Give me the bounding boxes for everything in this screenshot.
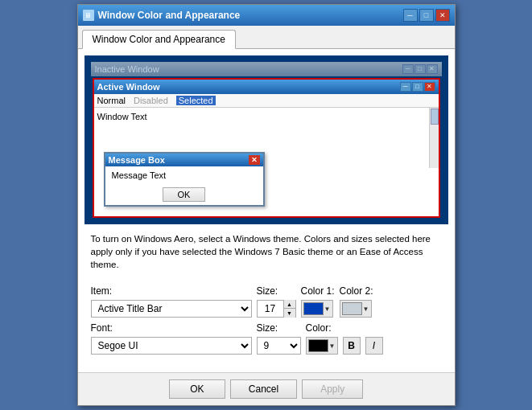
title-bar: 🖥 Window Color and Appearance ─ □ ✕ bbox=[78, 5, 455, 26]
active-window-controls: ─ □ ✕ bbox=[400, 82, 435, 92]
message-box-button-area: OK bbox=[105, 184, 263, 205]
size-label: Size: bbox=[257, 285, 296, 297]
message-box-title-bar: Message Box ✕ bbox=[105, 154, 263, 166]
spin-up-button[interactable]: ▲ bbox=[284, 300, 295, 309]
menu-normal: Normal bbox=[97, 96, 126, 105]
inactive-maximize: □ bbox=[414, 64, 426, 74]
spin-down-button[interactable]: ▼ bbox=[284, 309, 295, 318]
message-box-ok-button[interactable]: OK bbox=[163, 187, 206, 202]
scrollbar-thumb bbox=[431, 109, 439, 125]
dialog-title: Window Color and Appearance bbox=[98, 10, 241, 21]
bold-button[interactable]: B bbox=[343, 337, 361, 355]
item-label: Item: bbox=[91, 285, 252, 297]
color2-arrow-icon: ▼ bbox=[363, 305, 369, 313]
preview-area: Inactive Window ─ □ ✕ Active Window ─ □ … bbox=[85, 55, 448, 224]
color2-field-group: Color 2: ▼ bbox=[340, 285, 373, 318]
minimize-button[interactable]: ─ bbox=[403, 9, 418, 22]
window-text: Window Text bbox=[97, 112, 147, 121]
message-box-preview: Message Box ✕ Message Text OK bbox=[104, 152, 265, 207]
dialog-icon: 🖥 bbox=[83, 10, 94, 21]
font-color-arrow-icon: ▼ bbox=[329, 342, 336, 350]
active-window-title: Active Window bbox=[97, 82, 160, 92]
apply-button[interactable]: Apply bbox=[302, 379, 363, 399]
inactive-window-title: Inactive Window bbox=[95, 64, 159, 74]
color1-arrow-icon: ▼ bbox=[324, 305, 331, 313]
active-close: ✕ bbox=[424, 82, 435, 92]
color1-swatch bbox=[303, 302, 324, 315]
font-size-select[interactable]: 8 9 10 11 12 14 bbox=[257, 337, 301, 355]
message-box-content: Message Text bbox=[105, 166, 263, 184]
active-maximize: □ bbox=[412, 82, 423, 92]
color1-label: Color 1: bbox=[301, 285, 335, 297]
color1-field-group: Color 1: ▼ bbox=[301, 285, 335, 318]
tab-window-color[interactable]: Window Color and Appearance bbox=[82, 30, 236, 49]
inactive-title-bar: Inactive Window ─ □ ✕ bbox=[91, 62, 442, 76]
color2-label: Color 2: bbox=[340, 285, 373, 297]
color2-swatch bbox=[342, 302, 362, 315]
ok-button[interactable]: OK bbox=[169, 379, 225, 399]
active-window-preview: Active Window ─ □ ✕ Normal Disabled Sele… bbox=[93, 78, 440, 218]
inactive-close: ✕ bbox=[427, 64, 438, 74]
inactive-window-controls: ─ □ ✕ bbox=[402, 64, 438, 74]
item-field-group: Item: Active Title Bar Active Window Bor… bbox=[91, 285, 252, 318]
tab-content: Inactive Window ─ □ ✕ Active Window ─ □ … bbox=[78, 49, 455, 372]
scrollbar-preview bbox=[429, 108, 439, 168]
color2-button[interactable]: ▼ bbox=[340, 300, 372, 318]
close-button[interactable]: ✕ bbox=[435, 9, 450, 22]
font-size-label: Size: bbox=[257, 322, 301, 334]
size-input[interactable] bbox=[258, 301, 283, 317]
tab-bar: Window Color and Appearance bbox=[78, 26, 455, 49]
active-minimize: ─ bbox=[400, 82, 411, 92]
font-color-label: Color: bbox=[306, 322, 338, 334]
font-color-swatch bbox=[308, 339, 328, 352]
size-spinner: ▲ ▼ bbox=[257, 300, 296, 318]
title-bar-left: 🖥 Window Color and Appearance bbox=[83, 10, 241, 21]
active-title-bar-preview: Active Window ─ □ ✕ bbox=[94, 80, 439, 94]
color1-button[interactable]: ▼ bbox=[301, 300, 333, 318]
message-box-close[interactable]: ✕ bbox=[249, 155, 260, 165]
italic-button[interactable]: I bbox=[365, 337, 383, 355]
font-color-button[interactable]: ▼ bbox=[306, 337, 338, 355]
font-field-group: Font: Segoe UI Arial Times New Roman Tah… bbox=[91, 322, 252, 355]
controls-section: Item: Active Title Bar Active Window Bor… bbox=[85, 285, 448, 366]
description-text: To turn on Windows Aero, select a Window… bbox=[85, 232, 448, 277]
bottom-bar: OK Cancel Apply bbox=[78, 372, 455, 405]
inactive-minimize: ─ bbox=[402, 64, 414, 74]
menu-disabled: Disabled bbox=[134, 96, 168, 105]
message-box-title-text: Message Box bbox=[109, 155, 165, 165]
font-size-field-group: Size: 8 9 10 11 12 14 bbox=[257, 322, 301, 355]
size-field-group: Size: ▲ ▼ bbox=[257, 285, 296, 318]
item-select[interactable]: Active Title Bar Active Window Border Ap… bbox=[91, 300, 252, 318]
menu-bar-preview: Normal Disabled Selected bbox=[94, 94, 439, 108]
font-select[interactable]: Segoe UI Arial Times New Roman Tahoma bbox=[91, 337, 252, 355]
title-bar-controls: ─ □ ✕ bbox=[403, 9, 450, 22]
font-label: Font: bbox=[91, 322, 252, 334]
main-dialog: 🖥 Window Color and Appearance ─ □ ✕ Wind… bbox=[77, 4, 456, 406]
inactive-window: Inactive Window ─ □ ✕ bbox=[91, 62, 442, 76]
spinner-buttons: ▲ ▼ bbox=[283, 300, 295, 318]
cancel-button[interactable]: Cancel bbox=[230, 379, 297, 399]
maximize-button[interactable]: □ bbox=[419, 9, 434, 22]
font-color-field-group: Color: ▼ bbox=[306, 322, 338, 355]
menu-selected: Selected bbox=[176, 96, 216, 105]
message-text: Message Text bbox=[112, 170, 167, 180]
